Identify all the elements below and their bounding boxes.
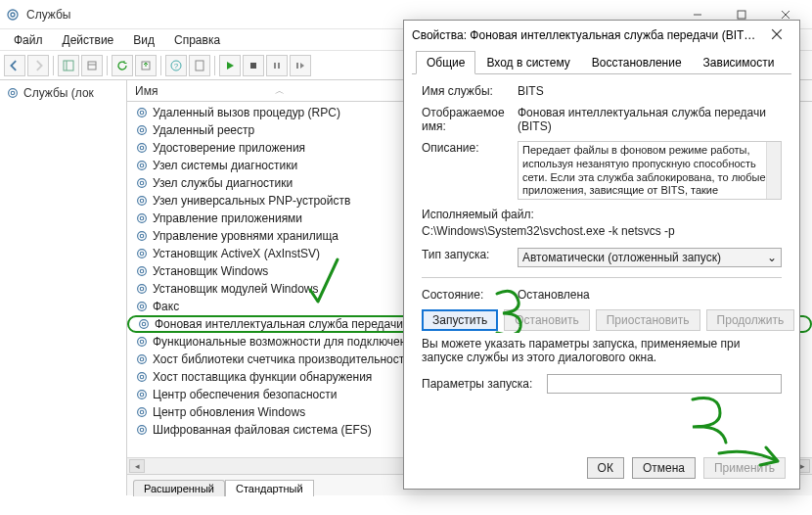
forward-button[interactable] xyxy=(27,55,49,76)
description-scrollbar[interactable] xyxy=(766,142,781,199)
scroll-left-button[interactable]: ◂ xyxy=(129,459,145,473)
service-gear-icon xyxy=(135,405,149,419)
svg-rect-6 xyxy=(64,61,73,70)
svg-point-19 xyxy=(11,91,15,95)
service-gear-icon xyxy=(135,423,149,437)
svg-point-53 xyxy=(140,393,144,397)
svg-point-27 xyxy=(140,164,144,167)
refresh-button[interactable] xyxy=(112,55,133,76)
pause-button: Приостановить xyxy=(596,309,700,331)
service-gear-icon xyxy=(135,264,149,278)
svg-point-50 xyxy=(138,373,147,382)
dialog-close-button[interactable] xyxy=(762,28,791,43)
svg-point-22 xyxy=(138,126,147,135)
service-name-label: Установщик Windows xyxy=(153,264,268,278)
tab-dependencies[interactable]: Зависимости xyxy=(693,51,786,74)
tab-logon[interactable]: Вход в систему xyxy=(475,51,580,74)
svg-point-37 xyxy=(140,252,144,256)
service-gear-icon xyxy=(135,352,149,366)
svg-point-47 xyxy=(140,340,144,344)
svg-point-45 xyxy=(142,322,146,326)
label-service-name: Имя службы: xyxy=(422,84,510,98)
menu-view[interactable]: Вид xyxy=(123,31,164,49)
label-exe-path: Исполняемый файл: xyxy=(422,208,782,221)
startup-params-input[interactable] xyxy=(547,374,782,394)
tab-extended[interactable]: Расширенный xyxy=(133,480,225,496)
svg-point-39 xyxy=(140,269,144,273)
service-name-label: Хост библиотеки счетчика производительно… xyxy=(153,352,411,366)
service-name-label: Центр обеспечения безопасности xyxy=(153,388,338,401)
chevron-down-icon: ⌄ xyxy=(767,251,777,264)
tree-root-services[interactable]: Службы (лок xyxy=(4,84,122,102)
service-gear-icon xyxy=(135,282,149,296)
svg-point-33 xyxy=(140,216,144,220)
svg-point-32 xyxy=(138,214,147,223)
stop-service-button[interactable] xyxy=(243,55,264,76)
ok-button[interactable]: ОК xyxy=(587,457,624,479)
svg-point-54 xyxy=(138,408,147,417)
svg-point-20 xyxy=(138,109,147,117)
service-name-label: Фоновая интеллектуальная служба передачи… xyxy=(155,317,440,331)
svg-point-35 xyxy=(140,234,144,238)
label-status: Состояние: xyxy=(422,288,510,302)
svg-point-18 xyxy=(9,89,18,98)
svg-point-29 xyxy=(140,181,144,185)
restart-service-button[interactable] xyxy=(290,55,311,76)
svg-rect-8 xyxy=(88,62,96,70)
svg-point-41 xyxy=(140,287,144,291)
help-button[interactable]: ? xyxy=(165,55,187,76)
menu-help[interactable]: Справка xyxy=(164,31,230,49)
svg-point-49 xyxy=(140,357,144,361)
service-name-label: Управление приложениями xyxy=(153,211,302,225)
label-startup-params: Параметры запуска: xyxy=(422,377,539,391)
service-gear-icon xyxy=(135,123,149,137)
back-button[interactable] xyxy=(4,55,25,76)
svg-point-30 xyxy=(138,197,147,206)
value-service-name: BITS xyxy=(518,84,782,98)
resume-button: Продолжить xyxy=(706,309,795,331)
svg-point-43 xyxy=(140,304,144,308)
svg-point-52 xyxy=(138,391,147,399)
start-button[interactable]: Запустить xyxy=(422,309,498,331)
properties-button[interactable] xyxy=(81,55,103,76)
menu-file[interactable]: Файл xyxy=(4,31,53,49)
svg-point-44 xyxy=(140,320,149,329)
value-display-name: Фоновая интеллектуальная служба передачи… xyxy=(518,106,782,133)
sort-indicator-icon: ︿ xyxy=(275,84,285,98)
svg-point-25 xyxy=(140,146,144,150)
svg-point-31 xyxy=(140,199,144,203)
service-name-label: Узел универсальных PNP-устройств xyxy=(153,194,350,208)
apply-button: Применить xyxy=(703,457,786,479)
svg-point-21 xyxy=(140,111,144,115)
tab-general[interactable]: Общие xyxy=(416,51,475,74)
value-exe-path: C:\Windows\System32\svchost.exe -k netsv… xyxy=(422,224,782,238)
service-name-label: Узел службы диагностики xyxy=(153,176,293,190)
svg-point-28 xyxy=(138,179,147,188)
startup-type-select[interactable]: Автоматически (отложенный запуск) ⌄ xyxy=(518,248,782,267)
tree-root-label: Службы (лок xyxy=(23,86,94,100)
toolbar-properties-icon[interactable] xyxy=(189,55,210,76)
start-service-button[interactable] xyxy=(219,55,241,76)
svg-rect-13 xyxy=(196,61,203,70)
service-name-label: Факс xyxy=(153,300,179,313)
value-status: Остановлена xyxy=(518,288,782,302)
svg-point-24 xyxy=(138,144,147,153)
svg-rect-15 xyxy=(274,63,276,69)
dialog-tabs: Общие Вход в систему Восстановление Зави… xyxy=(412,50,791,74)
svg-point-0 xyxy=(8,10,18,20)
menu-action[interactable]: Действие xyxy=(53,31,124,49)
export-button[interactable] xyxy=(135,55,157,76)
svg-point-38 xyxy=(138,267,147,276)
service-gear-icon xyxy=(135,335,149,349)
pause-service-button[interactable] xyxy=(266,55,288,76)
dialog-title: Свойства: Фоновая интеллектуальная служб… xyxy=(412,28,762,42)
service-name-label: Установщик модулей Windows xyxy=(153,282,318,296)
show-hide-button[interactable] xyxy=(58,55,79,76)
svg-point-40 xyxy=(138,285,147,294)
tab-recovery[interactable]: Восстановление xyxy=(581,51,693,74)
value-description: Передает файлы в фоновом режиме работы, … xyxy=(518,141,782,200)
service-gear-icon xyxy=(135,388,149,401)
tab-standard[interactable]: Стандартный xyxy=(225,480,314,496)
service-gear-icon xyxy=(135,247,149,260)
cancel-button[interactable]: Отмена xyxy=(632,457,696,479)
